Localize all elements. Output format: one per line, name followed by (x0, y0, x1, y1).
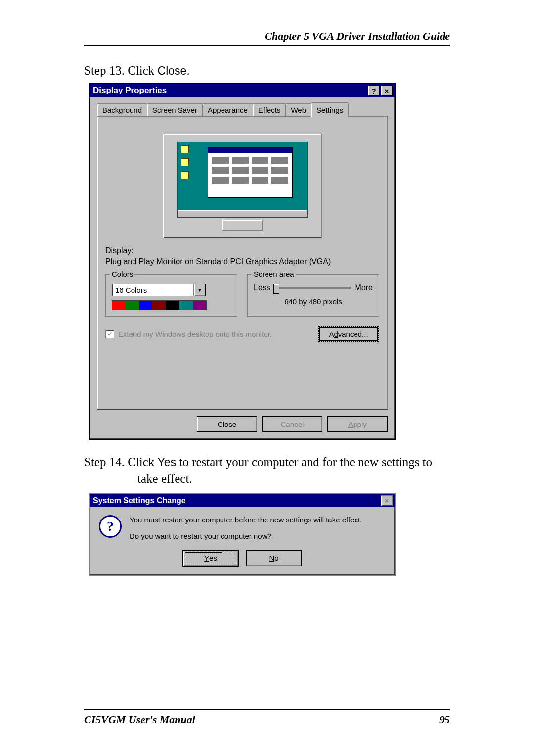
tab-strip: Background Screen Saver Appearance Effec… (97, 102, 388, 116)
preview-taskbar (178, 210, 307, 217)
no-button[interactable]: No (246, 550, 302, 566)
chevron-down-icon[interactable]: ▼ (194, 284, 206, 296)
preview-icon (181, 158, 189, 166)
color-swatch-bar (112, 300, 207, 310)
page-footer: CI5VGM User's Manual 95 (84, 709, 450, 726)
help-button[interactable]: ? (368, 85, 380, 96)
tab-appearance[interactable]: Appearance (202, 103, 253, 116)
colors-value: 16 Colors (112, 284, 194, 296)
monitor-screen (177, 142, 308, 218)
dialog-title: Display Properties (93, 86, 367, 95)
colors-group: Colors 16 Colors ▼ (105, 274, 237, 317)
display-properties-dialog: Display Properties ? × Background Screen… (89, 83, 396, 440)
tab-effects[interactable]: Effects (253, 103, 286, 116)
dialog2-titlebar: System Settings Change × (90, 494, 395, 507)
tab-web[interactable]: Web (285, 103, 312, 116)
display-label: Display: (105, 246, 379, 255)
chapter-header: Chapter 5 VGA Driver Installation Guide (84, 30, 450, 46)
message-text: You must restart your computer before th… (130, 515, 362, 541)
step14-prefix: Step 14. Click (84, 455, 158, 469)
message-line1: You must restart your computer before th… (130, 515, 362, 525)
dialog-footer: Close Cancel Apply (97, 416, 388, 432)
screen-area-group: Screen area Less More 640 by 480 pixels (247, 274, 379, 317)
step14-action: Yes (158, 456, 177, 469)
resolution-slider[interactable] (274, 287, 351, 289)
cancel-button: Cancel (262, 416, 322, 432)
tab-screensaver[interactable]: Screen Saver (147, 103, 203, 116)
message-line2: Do you want to restart your computer now… (130, 531, 362, 541)
step14-middle: to restart your computer and for the new… (176, 455, 432, 469)
step13-prefix: Step 13. Click (84, 64, 158, 77)
colors-legend: Colors (110, 270, 135, 278)
step13-suffix: . (186, 64, 189, 77)
system-settings-dialog: System Settings Change × ? You must rest… (89, 493, 396, 576)
question-icon: ? (99, 515, 122, 538)
close-icon: × (381, 495, 393, 506)
advanced-button[interactable]: Advanced... (318, 326, 379, 342)
close-button[interactable]: Close (197, 416, 257, 432)
step13-action: Close (158, 64, 187, 77)
monitor-preview (163, 134, 322, 238)
screen-area-legend: Screen area (252, 270, 296, 278)
dialog2-title: System Settings Change (93, 496, 381, 505)
preview-icon (181, 145, 189, 153)
extend-desktop-checkbox: ✓ (105, 330, 114, 338)
slider-thumb[interactable] (273, 284, 279, 294)
yes-button[interactable]: Yes (183, 550, 238, 566)
tab-settings[interactable]: Settings (311, 102, 349, 117)
resolution-text: 640 by 480 pixels (254, 297, 373, 306)
settings-panel: Display: Plug and Play Monitor on Standa… (97, 116, 388, 409)
tab-background[interactable]: Background (97, 103, 147, 116)
step14-line2: take effect. (84, 471, 450, 487)
slider-more-label: More (355, 284, 373, 292)
step14-instruction: Step 14. Click Yes to restart your compu… (84, 454, 450, 487)
preview-icon (181, 171, 189, 179)
footer-page-number: 95 (439, 713, 450, 726)
preview-window (208, 147, 293, 198)
close-icon[interactable]: × (381, 85, 393, 96)
monitor-base (222, 220, 263, 231)
step13-instruction: Step 13. Click Close. (84, 64, 450, 78)
dialog-titlebar: Display Properties ? × (90, 84, 395, 97)
extend-desktop-label: Extend my Windows desktop onto this moni… (118, 330, 314, 338)
apply-button: Apply (327, 416, 388, 432)
display-value: Plug and Play Monitor on Standard PCI Gr… (105, 257, 379, 266)
slider-less-label: Less (254, 284, 270, 292)
colors-combo[interactable]: 16 Colors ▼ (112, 284, 206, 296)
advanced-button-label: Advanced... (329, 330, 368, 338)
footer-manual: CI5VGM User's Manual (84, 713, 195, 726)
